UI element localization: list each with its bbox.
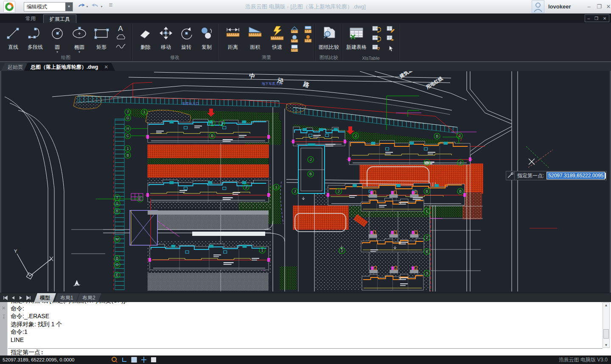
svg-text:1: 1 <box>221 121 223 125</box>
tool-rotate[interactable]: 旋转 <box>176 25 197 51</box>
tab-kuozhan[interactable]: 扩展工具 <box>43 14 76 23</box>
svg-text:J: J <box>245 185 247 189</box>
tooltip-coordinate-input[interactable]: 52097.3189,65222.0095 <box>547 172 605 179</box>
svg-text:G: G <box>426 160 429 165</box>
tool-freehand[interactable] <box>113 42 128 51</box>
svg-text:Y: Y <box>14 249 17 254</box>
tool-move[interactable]: 移动 <box>155 25 177 51</box>
tool-rectangle[interactable]: 矩形 <box>91 25 112 51</box>
tool-xls-select[interactable] <box>386 44 395 52</box>
svg-text:地下车库入口: 地下车库入口 <box>261 82 282 86</box>
tool-erase[interactable]: 删除 <box>135 25 156 51</box>
scroll-thumb[interactable] <box>603 329 609 339</box>
grid-bubble: C <box>137 196 143 202</box>
svg-text:J: J <box>460 160 461 165</box>
prev-layout-button[interactable] <box>10 295 16 301</box>
command-window[interactable]: ✕ 指定对角点 或 [栏选(F)/圈围(WP)/圈交(CP)]:命令:命令:_.… <box>0 302 611 356</box>
group-label-modify: 修改 <box>132 54 217 61</box>
gray-bar <box>148 210 269 215</box>
grid-bubble: B <box>434 133 440 139</box>
crosshair-statusicon[interactable] <box>140 356 147 363</box>
tool-xls-refresh[interactable] <box>372 35 381 42</box>
tool-new-table[interactable]: 新建表格 <box>345 25 368 51</box>
username: lovokeer <box>548 0 571 14</box>
svg-text:C: C <box>139 197 141 201</box>
doc-tab-close-icon[interactable]: ✕ <box>104 64 108 70</box>
svg-text:G: G <box>116 263 119 267</box>
svg-text:J: J <box>211 121 213 125</box>
mdi-window-buttons[interactable]: –❐✕ <box>585 14 609 22</box>
tool-area[interactable]: 面积 <box>244 25 266 51</box>
tool-xls-update[interactable] <box>372 25 381 33</box>
command-close-icon[interactable]: ✕ <box>0 305 7 311</box>
app-version: 浩辰云图 电脑版 V3.0 <box>559 356 608 364</box>
coordinates-readout: 52097.3189, 65222.0095, 0.0000 <box>3 356 74 364</box>
tab-changyong[interactable]: 常用 <box>20 14 42 23</box>
building <box>347 140 473 165</box>
svg-text:路: 路 <box>302 80 311 89</box>
layout-tab-1[interactable]: 布局1 <box>54 293 79 302</box>
svg-text:B: B <box>426 189 428 193</box>
svg-text:B: B <box>426 249 428 254</box>
command-gutter: ✕ <box>0 302 8 356</box>
zoom-statusicon[interactable] <box>111 356 118 363</box>
svg-text:J: J <box>338 189 339 193</box>
grid-statusicon[interactable] <box>131 356 137 363</box>
svg-text:B: B <box>126 153 129 157</box>
compass-icon <box>73 280 80 286</box>
grid-bubble: H <box>125 126 131 132</box>
tool-measure-small1[interactable] <box>303 25 313 33</box>
grid-bubble: J <box>457 133 462 139</box>
command-pin-icon[interactable] <box>0 314 7 321</box>
avatar[interactable] <box>532 0 544 13</box>
tool-copy[interactable]: 复制 <box>196 25 217 51</box>
svg-text:B: B <box>211 134 213 138</box>
svg-text:1: 1 <box>261 248 263 252</box>
tool-quick[interactable]: 快速 <box>266 25 288 51</box>
white-bar <box>192 232 265 236</box>
scroll-down-icon[interactable]: ▼ <box>603 343 609 347</box>
tool-distance[interactable]: 距离 <box>222 25 244 51</box>
svg-text:J: J <box>294 189 296 193</box>
building <box>145 180 271 202</box>
doc-tab-drawing[interactable]: 总图（落上新地库轮廓）.dwg✕ <box>24 63 115 71</box>
tool-polyline[interactable]: 多段线 <box>25 25 46 51</box>
ortho-statusicon[interactable] <box>121 356 128 363</box>
minimize-button[interactable]: – <box>585 0 593 14</box>
svg-text:B: B <box>459 189 462 193</box>
command-prompt[interactable]: 指定第一点: <box>8 348 603 356</box>
tool-measure-small2[interactable] <box>303 35 313 42</box>
tool-ellipse[interactable]: 椭圆▼ <box>69 25 90 53</box>
tool-measure-list[interactable] <box>289 44 300 52</box>
svg-text:H: H <box>126 126 129 131</box>
tool-measure-angle[interactable] <box>289 25 300 33</box>
restore-button[interactable]: ❐ <box>595 0 603 14</box>
layout-tab-2[interactable]: 布局2 <box>76 293 101 302</box>
building <box>362 266 423 290</box>
last-layout-button[interactable] <box>25 295 31 301</box>
first-layout-button[interactable] <box>3 295 8 301</box>
ucs-icon: Y <box>14 249 53 279</box>
next-layout-button[interactable] <box>18 295 24 301</box>
tool-xls-export[interactable] <box>372 44 381 52</box>
svg-text:1: 1 <box>426 209 428 213</box>
building <box>147 244 271 270</box>
command-scrollbar[interactable]: ▲ ▼ <box>603 302 610 348</box>
tool-revision-cloud[interactable] <box>113 34 128 42</box>
tool-circle[interactable]: 圆▼ <box>47 25 68 53</box>
tool-measure-sphere[interactable] <box>289 35 300 42</box>
layout-tab-bar: 模型 布局1 布局2 <box>0 293 611 302</box>
panel-statusicon[interactable] <box>150 356 157 363</box>
ribbon: 绘图 修改 测量 图纸比较 XlsTable 直线多段线圆▼椭圆▼矩形A删除移动… <box>0 23 611 62</box>
layout-tab-model[interactable]: 模型 <box>34 293 56 302</box>
tool-text[interactable]: A <box>113 25 128 34</box>
tool-drawing-compare[interactable]: 图纸比较 <box>317 25 340 51</box>
close-button[interactable]: ✕ <box>604 0 611 14</box>
drawing-canvas[interactable]: Y TSRMBGE7GHC1B1CJB1JJJBJBJJ111GB12B3JB … <box>0 71 611 293</box>
tool-xls-link[interactable] <box>386 35 395 42</box>
tool-xls-edit[interactable] <box>386 25 395 33</box>
svg-text:G: G <box>126 116 129 120</box>
group-label-draw: 绘图 <box>0 54 132 61</box>
scroll-up-icon[interactable]: ▲ <box>603 303 609 307</box>
tool-line[interactable]: 直线 <box>3 25 24 51</box>
